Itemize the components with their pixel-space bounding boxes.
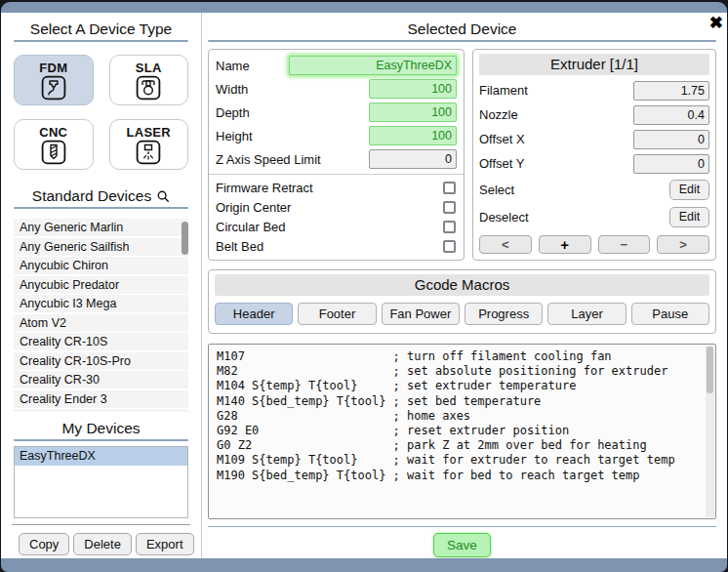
device-type-fdm-label: FDM bbox=[39, 61, 67, 75]
belt-bed-checkbox[interactable] bbox=[443, 240, 456, 253]
delete-button[interactable]: Delete bbox=[73, 533, 132, 555]
fdm-printer-icon bbox=[41, 75, 66, 101]
height-input[interactable] bbox=[369, 126, 457, 145]
tab-layer[interactable]: Layer bbox=[547, 303, 626, 325]
offset-y-input[interactable] bbox=[633, 154, 709, 174]
device-type-grid: FDM SLA bbox=[14, 42, 188, 185]
device-name-input[interactable] bbox=[289, 56, 457, 75]
extruder-prev-button[interactable]: < bbox=[479, 235, 532, 254]
selected-device-panel: ✖ Selected Device Name Width bbox=[202, 13, 727, 558]
device-type-panel: Select A Device Type FDM bbox=[1, 13, 202, 558]
deselect-edit-button[interactable]: Edit bbox=[669, 207, 709, 227]
device-type-fdm-button[interactable]: FDM bbox=[14, 55, 94, 105]
filament-input[interactable] bbox=[633, 81, 709, 101]
firmware-retract-label: Firmware Retract bbox=[216, 181, 443, 195]
width-input[interactable] bbox=[369, 79, 457, 99]
z-axis-speed-input[interactable] bbox=[369, 149, 457, 169]
my-device-item[interactable]: EasyThreeDX bbox=[15, 447, 187, 467]
list-scrollbar-thumb[interactable] bbox=[182, 222, 188, 255]
depth-input[interactable] bbox=[369, 102, 457, 122]
filament-label: Filament bbox=[479, 83, 633, 98]
select-edit-button[interactable]: Edit bbox=[669, 180, 709, 200]
tab-header[interactable]: Header bbox=[215, 303, 293, 325]
z-axis-speed-label: Z Axis Speed Limit bbox=[216, 152, 369, 167]
select-label: Select bbox=[479, 183, 669, 197]
name-row: Name bbox=[216, 54, 457, 77]
nozzle-label: Nozzle bbox=[479, 107, 633, 122]
list-item[interactable]: Creality CR-30 bbox=[14, 371, 188, 388]
list-item[interactable]: Anycubic Predator bbox=[14, 276, 188, 294]
device-settings-row: Name Width Depth Height bbox=[208, 49, 716, 261]
close-icon[interactable]: ✖ bbox=[708, 14, 725, 33]
panel-title-selected-device: Selected Device bbox=[208, 19, 716, 40]
device-setup-dialog: Select A Device Type FDM bbox=[1, 2, 727, 572]
origin-center-label: Origin Center bbox=[216, 200, 443, 215]
gcode-scrollbar-thumb[interactable] bbox=[707, 347, 713, 393]
gcode-text[interactable]: M107 ; turn off filament cooling fan M82… bbox=[209, 345, 715, 488]
list-item[interactable]: Creality CR-10S-Pro bbox=[14, 352, 188, 370]
panel-title-select-device-type: Select A Device Type bbox=[14, 19, 188, 40]
device-dimensions-box: Name Width Depth Height bbox=[208, 49, 465, 261]
title-underline bbox=[14, 439, 188, 441]
width-label: Width bbox=[216, 82, 369, 97]
sla-printer-icon bbox=[136, 75, 161, 101]
tab-fan-power[interactable]: Fan Power bbox=[382, 303, 460, 325]
device-type-sla-button[interactable]: SLA bbox=[109, 55, 189, 105]
device-type-cnc-label: CNC bbox=[39, 125, 67, 140]
origin-center-checkbox[interactable] bbox=[443, 201, 456, 214]
firmware-retract-row: Firmware Retract bbox=[216, 178, 457, 197]
device-type-laser-button[interactable]: LASER bbox=[109, 119, 189, 170]
gcode-scrollbar[interactable] bbox=[706, 346, 714, 517]
screen-background: Select A Device Type FDM bbox=[0, 0, 728, 572]
width-row: Width bbox=[216, 77, 457, 101]
offset-y-label: Offset Y bbox=[479, 156, 633, 171]
filament-row: Filament bbox=[479, 78, 709, 102]
select-row: Select Edit bbox=[479, 176, 709, 203]
extruder-add-button[interactable]: + bbox=[539, 235, 591, 254]
tab-pause[interactable]: Pause bbox=[631, 303, 709, 325]
form-divider bbox=[209, 174, 464, 175]
list-item[interactable]: Anycubic Chiron bbox=[14, 257, 188, 274]
cnc-mill-icon bbox=[41, 140, 66, 165]
extruder-nav-row: < + − > bbox=[479, 235, 709, 254]
list-item[interactable]: Creality Ender 5 bbox=[14, 409, 188, 412]
list-item[interactable]: Creality CR-10S bbox=[14, 333, 188, 350]
origin-center-row: Origin Center bbox=[216, 197, 457, 217]
dialog-body: Select A Device Type FDM bbox=[1, 13, 727, 558]
dialog-bottombar bbox=[1, 558, 727, 572]
list-item[interactable]: Creality Ender 3 bbox=[14, 390, 188, 408]
gcode-macros-box: Gcode Macros Header Footer Fan Power Pro… bbox=[208, 269, 716, 334]
nozzle-row: Nozzle bbox=[479, 102, 709, 127]
depth-label: Depth bbox=[216, 105, 369, 120]
firmware-retract-checkbox[interactable] bbox=[443, 182, 456, 194]
name-label: Name bbox=[216, 59, 289, 73]
deselect-row: Deselect Edit bbox=[479, 203, 709, 230]
belt-bed-row: Belt Bed bbox=[216, 236, 457, 256]
list-item[interactable]: Anycubic I3 Mega bbox=[14, 295, 188, 312]
tab-footer[interactable]: Footer bbox=[298, 303, 376, 325]
save-row: Save bbox=[208, 527, 716, 557]
title-underline bbox=[208, 40, 716, 42]
panel-title-my-devices: My Devices bbox=[14, 418, 188, 439]
device-type-cnc-button[interactable]: CNC bbox=[14, 119, 94, 170]
tab-progress[interactable]: Progress bbox=[465, 303, 543, 325]
panel-title-standard-devices: Standard Devices bbox=[14, 185, 188, 207]
offset-x-row: Offset X bbox=[479, 127, 709, 151]
export-button[interactable]: Export bbox=[136, 533, 194, 555]
offset-x-input[interactable] bbox=[633, 130, 709, 149]
save-button[interactable]: Save bbox=[433, 533, 491, 557]
list-item[interactable]: Atom V2 bbox=[14, 314, 188, 332]
belt-bed-label: Belt Bed bbox=[216, 239, 443, 254]
depth-row: Depth bbox=[216, 101, 457, 124]
circular-bed-checkbox[interactable] bbox=[443, 221, 456, 233]
nozzle-input[interactable] bbox=[633, 105, 709, 125]
extruder-next-button[interactable]: > bbox=[657, 235, 709, 254]
circular-bed-row: Circular Bed bbox=[216, 217, 457, 236]
height-row: Height bbox=[216, 124, 457, 147]
search-icon[interactable] bbox=[156, 189, 170, 203]
gcode-editor[interactable]: M107 ; turn off filament cooling fan M82… bbox=[208, 344, 716, 519]
list-item[interactable]: Any Generic Marlin bbox=[14, 219, 188, 236]
copy-button[interactable]: Copy bbox=[19, 533, 69, 555]
list-item[interactable]: Any Generic Sailfish bbox=[14, 238, 188, 256]
extruder-remove-button[interactable]: − bbox=[598, 235, 651, 254]
